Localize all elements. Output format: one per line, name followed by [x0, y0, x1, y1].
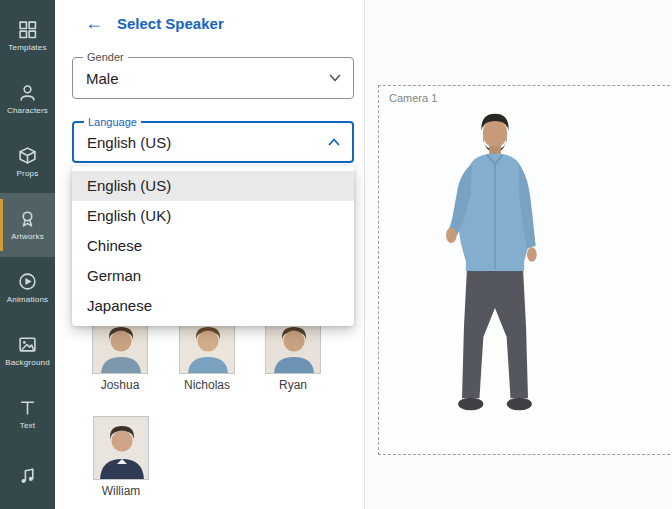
sidebar-item-animations[interactable]: Animations: [0, 257, 55, 320]
camera-region[interactable]: Camera 1: [378, 85, 672, 455]
language-label: Language: [84, 116, 141, 128]
text-icon: [18, 398, 37, 417]
language-select[interactable]: Language English (US): [72, 121, 354, 163]
sidebar-item-templates[interactable]: Templates: [0, 4, 55, 67]
language-dropdown-menu: English (US) English (UK) Chinese German…: [72, 166, 354, 326]
sidebar-item-text[interactable]: Text: [0, 383, 55, 446]
chevron-up-icon: [328, 138, 340, 146]
menu-item-english-uk[interactable]: English (UK): [72, 201, 354, 231]
back-arrow-icon[interactable]: ←: [85, 14, 103, 32]
app-window: Templates Characters Props Artworks: [0, 0, 672, 509]
templates-icon: [18, 20, 37, 39]
music-note-icon: [18, 466, 37, 485]
speaker-card-ryan[interactable]: Ryan: [264, 318, 322, 392]
language-value: English (US): [87, 134, 171, 151]
camera-label: Camera 1: [389, 92, 437, 104]
sidebar-item-label: Props: [17, 169, 39, 178]
speaker-name: Ryan: [264, 378, 322, 392]
background-icon: [18, 335, 37, 354]
speaker-photo: [265, 318, 321, 374]
sidebar-item-music[interactable]: [0, 446, 55, 509]
speaker-card-joshua[interactable]: Joshua: [91, 318, 149, 392]
gender-select[interactable]: Gender Male: [72, 57, 354, 99]
speaker-photo: [92, 318, 148, 374]
gender-label: Gender: [83, 51, 128, 63]
sidebar-item-background[interactable]: Background: [0, 320, 55, 383]
speaker-card-william[interactable]: William: [92, 416, 150, 498]
menu-item-english-us[interactable]: English (US): [72, 171, 354, 201]
panel-header: ← Select Speaker: [85, 14, 224, 32]
menu-item-german[interactable]: German: [72, 261, 354, 291]
speaker-photo: [93, 416, 149, 480]
panel-title: Select Speaker: [117, 15, 224, 32]
sidebar-item-label: Artworks: [11, 232, 44, 241]
sidebar-item-label: Background: [5, 358, 50, 367]
sidebar-item-label: Characters: [7, 106, 48, 115]
sidebar-item-characters[interactable]: Characters: [0, 67, 55, 130]
chevron-down-icon: [329, 74, 341, 82]
sidebar-item-label: Templates: [8, 43, 46, 52]
artworks-icon: [18, 209, 37, 228]
speaker-name: William: [92, 484, 150, 498]
speaker-avatar[interactable]: [425, 108, 565, 438]
speaker-name: Joshua: [91, 378, 149, 392]
props-icon: [18, 146, 37, 165]
animations-icon: [18, 272, 37, 291]
sidebar-item-artworks[interactable]: Artworks: [0, 193, 55, 256]
sidebar: Templates Characters Props Artworks: [0, 0, 55, 509]
characters-icon: [18, 83, 37, 102]
speaker-card-nicholas[interactable]: Nicholas: [178, 318, 236, 392]
sidebar-item-label: Text: [20, 421, 35, 430]
gender-value: Male: [86, 70, 119, 87]
video-canvas: Camera 1: [365, 0, 672, 509]
sidebar-item-props[interactable]: Props: [0, 130, 55, 193]
select-speaker-panel: ← Select Speaker Gender Male Language En…: [55, 0, 365, 509]
menu-item-chinese[interactable]: Chinese: [72, 231, 354, 261]
sidebar-item-label: Animations: [7, 295, 49, 304]
menu-item-japanese[interactable]: Japanese: [72, 291, 354, 321]
speaker-name: Nicholas: [178, 378, 236, 392]
speaker-photo: [179, 318, 235, 374]
